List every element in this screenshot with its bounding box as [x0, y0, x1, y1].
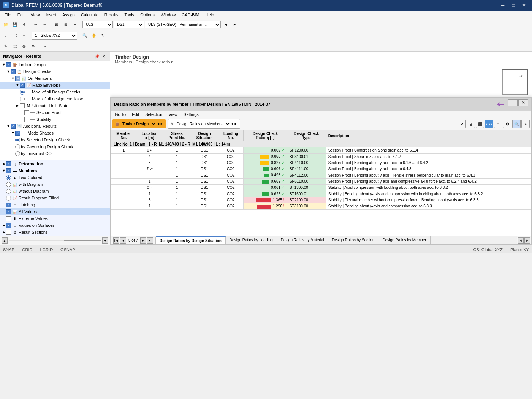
nav-scroll-up[interactable]: ▲: [2, 238, 8, 244]
toolbar-btn-1[interactable]: 📁: [2, 21, 10, 29]
nav-item-extreme-values[interactable]: ⬆ Extreme Values: [0, 215, 110, 222]
toolbar-btn-3[interactable]: 🖨: [20, 21, 28, 29]
tb3-btn-2[interactable]: ⬚: [11, 42, 19, 51]
tab-by-design-situation[interactable]: Design Ratios by Design Situation: [156, 236, 226, 244]
table-row[interactable]: 3 1 DS1 CO2 1.365 ! ST2100.00 Stability …: [111, 197, 531, 203]
radio-two-colored[interactable]: [6, 175, 11, 180]
results-title-buttons[interactable]: ↙ ─ ✕: [497, 99, 528, 109]
results-tb-print[interactable]: 🖨: [467, 120, 475, 128]
results-tb-export[interactable]: ↗: [458, 120, 466, 128]
tab-by-section[interactable]: Design Ratios by Section: [328, 236, 379, 244]
nav-item-result-diagram-filled[interactable]: 📈 Result Diagram Filled: [0, 195, 110, 201]
tab-by-material[interactable]: Design Ratios by Material: [277, 236, 328, 244]
toolbar-btn-undo[interactable]: ↩: [32, 21, 40, 29]
nav-pin-button[interactable]: 📌: [94, 53, 100, 59]
checkbox-section-proof[interactable]: [24, 110, 29, 115]
nav-item-timber-design[interactable]: ▼ ✓ 🪵 Timber Design: [0, 61, 110, 68]
expand-additional[interactable]: ▼: [6, 124, 11, 128]
table-row[interactable]: 1 1 DS1 CO2 0.669 ✓ SP6110.00 Section Pr…: [111, 178, 531, 184]
menu-edit[interactable]: Edit: [14, 12, 28, 18]
menu-assign[interactable]: Assign: [59, 12, 78, 18]
nav-item-deformation[interactable]: ▶ ✓ ⤵ Deformation: [0, 160, 110, 167]
radio-by-governing[interactable]: [15, 144, 20, 149]
table-row[interactable]: 1 1 DS1 CO2 0.626 ✓ ST1600.01 Stability …: [111, 191, 531, 197]
menu-help[interactable]: Help: [203, 12, 217, 18]
nav-item-two-colored[interactable]: ⬥ Two-Colored: [0, 174, 110, 181]
tb2-btn-pan[interactable]: ✋: [90, 32, 98, 40]
view-combo[interactable]: 1 - Global XYZ: [32, 32, 77, 40]
menu-view[interactable]: View: [28, 12, 43, 18]
radio-result-diagram-filled[interactable]: [6, 196, 11, 201]
checkbox-uls[interactable]: [20, 103, 25, 108]
radio-with-diagram[interactable]: [6, 182, 11, 187]
checkbox-on-members[interactable]: –: [15, 76, 20, 81]
next-ds-button[interactable]: ►: [231, 21, 239, 29]
nav-item-max-all-w[interactable]: Max. of all design checks w...: [0, 95, 110, 102]
pagination[interactable]: |◄ ◄ 5 of 7 ► ►|: [111, 237, 156, 244]
menu-tools[interactable]: Tools: [121, 12, 137, 18]
results-menu-view[interactable]: View: [167, 112, 179, 117]
checkbox-stability[interactable]: [24, 117, 29, 122]
nav-item-design-checks[interactable]: ▼ ✓ 📋 Design Checks: [0, 68, 110, 75]
radio-without-diagram[interactable]: [6, 189, 11, 194]
nav-item-uls[interactable]: ▶ M Ultimate Limit State: [0, 102, 110, 109]
viewport-canvas[interactable]: -Y: [110, 65, 532, 245]
tb3-btn-5[interactable]: →: [41, 42, 49, 51]
nav-item-members[interactable]: ▼ ✓ ▬ Members: [0, 167, 110, 174]
results-tb-columns[interactable]: ≡: [494, 120, 502, 128]
menu-cad-bim[interactable]: CAD-BIM: [179, 12, 202, 18]
minimize-button[interactable]: ─: [498, 2, 508, 9]
tb2-btn-zoom[interactable]: 🔍: [81, 32, 89, 40]
results-tb-settings[interactable]: ⚙: [503, 120, 511, 128]
nav-close-button[interactable]: ✕: [101, 53, 107, 59]
tb3-btn-1[interactable]: ✎: [2, 42, 10, 51]
nav-scroll-down[interactable]: ▼: [102, 238, 108, 244]
checkbox-ratio-envelope[interactable]: ✓: [20, 83, 25, 88]
nav-item-with-diagram[interactable]: 📊 with Diagram: [0, 181, 110, 188]
tabs-prev[interactable]: ◄: [518, 238, 524, 244]
results-combo-1[interactable]: Timber Design: [119, 120, 157, 128]
checkbox-additional[interactable]: ✓: [11, 124, 16, 129]
results-menu-edit[interactable]: Edit: [130, 112, 141, 117]
maximize-button[interactable]: □: [508, 2, 518, 9]
table-row[interactable]: 1 DS1 CO2 0.498 ✓ SP4112.00 Section Proo…: [111, 172, 531, 178]
checkbox-deformation[interactable]: ✓: [6, 162, 11, 166]
nav-item-on-members[interactable]: ▼ – 📊 On Members: [0, 75, 110, 82]
nav-item-ratio-envelope[interactable]: ▼ ✓ 📈 Ratio Envelope: [0, 82, 110, 89]
bottom-tabs[interactable]: Design Ratios by Design Situation Design…: [156, 236, 517, 244]
expand-members[interactable]: ▼: [2, 168, 6, 173]
nav-item-max-all[interactable]: Max. of all Design Checks: [0, 89, 110, 95]
results-menu-goto[interactable]: Go To: [113, 112, 127, 117]
expand-on-members[interactable]: ▼: [11, 76, 15, 81]
page-prev[interactable]: ◄: [120, 238, 126, 244]
checkbox-values-surfaces[interactable]: ✓: [6, 223, 11, 228]
checkbox-timber[interactable]: ✓: [6, 62, 11, 67]
nav-item-by-selected[interactable]: by Selected Design Check: [0, 136, 110, 143]
radio-by-individual[interactable]: [15, 151, 20, 156]
radio-by-selected[interactable]: [15, 138, 20, 142]
menu-file[interactable]: File: [2, 12, 14, 18]
expand-values-surfaces[interactable]: ▶: [2, 223, 6, 228]
tb3-btn-4[interactable]: ⊕: [29, 42, 37, 51]
toolbar-btn-2[interactable]: 💾: [11, 21, 19, 29]
radio-max-all[interactable]: [20, 90, 25, 95]
tb2-btn-2[interactable]: ⛶: [11, 32, 19, 40]
ds1-combo[interactable]: DS1: [114, 21, 144, 28]
table-row[interactable]: 3 1 DS1 CO2 0.827 ✓ SP4110.00 Section Pr…: [111, 160, 531, 166]
combo2-next[interactable]: ►: [234, 122, 238, 126]
expand-timber[interactable]: ▼: [2, 62, 6, 67]
toolbar-btn-redo[interactable]: ↪: [41, 21, 49, 29]
results-menu-settings[interactable]: Settings: [182, 112, 200, 117]
results-tb-more[interactable]: »: [521, 120, 530, 128]
checkbox-mode-shapes[interactable]: ✓: [15, 131, 20, 136]
expand-stability[interactable]: [20, 117, 24, 122]
expand-deformation[interactable]: ▶: [2, 162, 6, 166]
nav-controls[interactable]: 📌 ✕: [94, 53, 107, 59]
menu-insert[interactable]: Insert: [43, 12, 59, 18]
table-container[interactable]: MemberNo. Locationx [m] StressPoint No. …: [111, 130, 531, 236]
page-last[interactable]: ►|: [147, 238, 153, 244]
tab-by-member[interactable]: Design Ratios by Member: [378, 236, 430, 244]
results-minimize-button[interactable]: ─: [508, 99, 518, 106]
table-row[interactable]: 4 1 DS1 CO2 0.860 ✓ SP3100.01 Section Pr…: [111, 154, 531, 160]
combo1-next[interactable]: ►: [160, 122, 163, 126]
